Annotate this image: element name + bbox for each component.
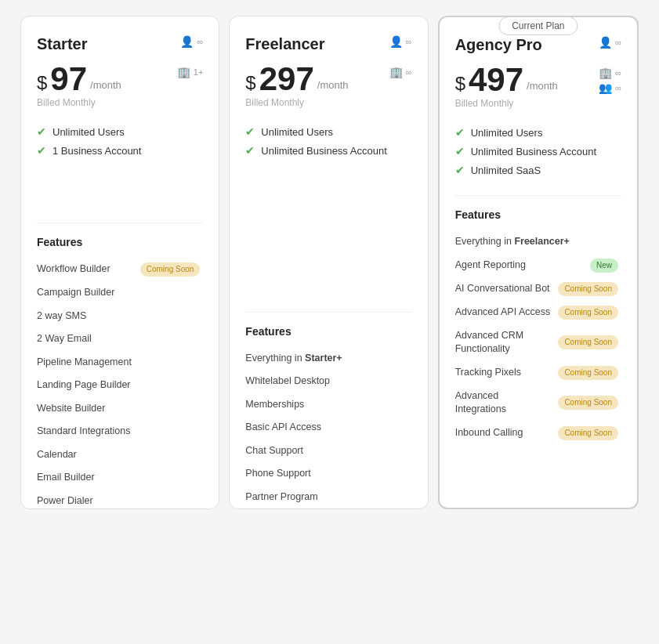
features-title: Features <box>245 325 411 338</box>
feature-badge: Coming Soon <box>558 366 618 380</box>
included-feature-text: Unlimited Users <box>471 127 543 139</box>
feature-list-item: Basic API Access <box>245 416 408 440</box>
building-icon: 🏢 <box>389 66 403 78</box>
feature-badge: Coming Soon <box>558 396 618 410</box>
currency-symbol: $ <box>245 74 255 92</box>
features-list-wrapper: Workflow BuilderComing Soon Campaign Bui… <box>37 258 203 508</box>
included-feature-text: Unlimited SaaS <box>471 165 541 176</box>
billed-label: Billed Monthly <box>37 97 203 108</box>
feature-name-text: Advanced Integrations <box>455 389 552 417</box>
features-section: Features Workflow BuilderComing Soon Cam… <box>37 223 203 508</box>
feature-badge: Coming Soon <box>140 262 201 277</box>
per-month-label: /month <box>527 80 558 92</box>
price-section: $ 497 /month 🏢 ∞ 👥 ∞ Billed Monthly <box>455 63 621 121</box>
included-features: ✔ Unlimited Users ✔ Unlimited Business A… <box>455 126 621 183</box>
feature-list-item: Advanced API AccessComing Soon <box>455 301 618 324</box>
feature-name-text: Email Builder <box>37 471 200 485</box>
check-icon: ✔ <box>455 164 465 176</box>
feature-list-item: Whitelabel Desktop <box>245 370 408 393</box>
user-icon: 👤 <box>599 36 612 49</box>
feature-name-text: Everything in Starter+ <box>245 352 408 366</box>
feature-name-text: Advanced CRM Functionality <box>455 329 552 356</box>
icon-row-users: 👤 ∞ <box>599 36 621 49</box>
check-icon: ✔ <box>245 125 255 138</box>
feature-list-item: Everything in Freelancer+ <box>455 230 618 254</box>
feature-badge: Coming Soon <box>558 306 618 320</box>
feature-name-text: Chat Support <box>245 444 408 458</box>
feature-name-text: Memberships <box>245 398 408 412</box>
included-feature-text: Unlimited Business Account <box>471 146 596 157</box>
feature-list-item: Calendar <box>37 443 200 467</box>
included-feature-item: ✔ Unlimited Users <box>37 125 203 138</box>
feature-list-item: Tracking PixelsComing Soon <box>455 361 618 385</box>
feature-list-item: Advanced IntegrationsComing Soon <box>455 385 618 421</box>
features-list[interactable]: Everything in Freelancer+ Agent Reportin… <box>455 230 621 445</box>
pricing-container: Starter 👤 ∞ $ 97 /month 🏢 1+ Billed Mont… <box>16 16 643 509</box>
plan-name: Agency Pro <box>455 36 542 54</box>
feature-name-text: Everything in Freelancer+ <box>455 235 618 249</box>
price-row: $ 297 /month <box>245 63 348 96</box>
included-feature-text: Unlimited Users <box>53 126 125 138</box>
feature-list-item: AI Conversational BotComing Soon <box>455 277 618 301</box>
price-row: $ 497 /month <box>455 63 558 96</box>
feature-badge: Coming Soon <box>558 335 618 349</box>
check-icon: ✔ <box>37 125 46 138</box>
billed-label: Billed Monthly <box>455 98 621 109</box>
feature-list-item: 2 way SMS <box>37 305 200 328</box>
plan-card-freelancer: Freelancer 👤 ∞ $ 297 /month 🏢 ∞ Billed M… <box>229 16 428 509</box>
feature-name-text: Workflow Builder <box>37 262 134 277</box>
feature-name-text: Advanced API Access <box>455 306 552 320</box>
feature-name-text: 2 way SMS <box>37 309 200 324</box>
plan-icons: 👤 ∞ <box>180 35 203 48</box>
price-section: $ 297 /month 🏢 ∞ Billed Monthly <box>245 63 411 121</box>
feature-name-text: 2 Way Email <box>37 332 200 346</box>
feature-badge: Coming Soon <box>558 426 618 440</box>
feature-badge: New <box>590 259 618 273</box>
features-list-wrapper: Everything in Freelancer+ Agent Reportin… <box>455 230 621 481</box>
included-feature-item: ✔ 1 Business Account <box>37 144 203 157</box>
building-icon: 🏢 <box>177 66 190 78</box>
included-feature-item: ✔ Unlimited SaaS <box>455 164 621 176</box>
check-icon: ✔ <box>245 144 255 157</box>
included-feature-text: Unlimited Business Account <box>261 145 386 157</box>
currency-symbol: $ <box>455 74 465 93</box>
features-list[interactable]: Everything in Starter+ Whitelabel Deskto… <box>245 347 411 509</box>
building-limit: ∞ <box>615 68 621 78</box>
feature-list-item: Standard Integrations <box>37 420 200 443</box>
included-feature-item: ✔ Unlimited Users <box>245 125 411 138</box>
feature-name-text: Phone Support <box>245 467 408 481</box>
feature-list-item: Phone Support <box>245 462 408 486</box>
saas-icon: 👥 <box>599 81 612 94</box>
feature-name-text: Inbound Calling <box>455 426 552 440</box>
features-title: Features <box>37 236 203 248</box>
user-limit: ∞ <box>197 37 203 46</box>
building-icon: 🏢 <box>599 67 612 79</box>
feature-list-item: Email Builder <box>37 466 200 490</box>
feature-list-item: Chat Support <box>245 440 408 463</box>
feature-list-item: Agent ReportingNew <box>455 254 618 277</box>
included-feature-item: ✔ Unlimited Users <box>455 126 621 139</box>
icon-row-building: 🏢 ∞ <box>389 66 412 78</box>
plan-icons: 👤 ∞ <box>599 36 621 49</box>
plan-name: Freelancer <box>245 35 324 53</box>
feature-name-text: Tracking Pixels <box>455 366 552 380</box>
price-amount: 97 <box>50 63 87 96</box>
feature-name-text: Campaign Builder <box>37 286 200 300</box>
feature-list-item: 2 Way Email <box>37 327 200 351</box>
included-feature-item: ✔ Unlimited Business Account <box>455 145 621 157</box>
feature-name-text: Landing Page Builder <box>37 378 200 393</box>
feature-name-text: Basic API Access <box>245 421 408 435</box>
feature-list-item: Pipeline Management <box>37 351 200 374</box>
icon-row-saas: 👥 ∞ <box>599 81 621 94</box>
user-icon: 👤 <box>389 35 403 48</box>
features-list[interactable]: Workflow BuilderComing Soon Campaign Bui… <box>37 258 203 508</box>
per-month-label: /month <box>90 79 121 91</box>
included-feature-text: Unlimited Users <box>261 126 333 138</box>
price-amount: 297 <box>259 63 314 96</box>
feature-badge: Coming Soon <box>558 282 618 296</box>
user-icon: 👤 <box>180 35 194 48</box>
feature-name-text: Pipeline Management <box>37 356 200 370</box>
feature-name-text: Standard Integrations <box>37 425 200 439</box>
feature-list-item: Website Builder <box>37 397 200 421</box>
plan-header: Starter 👤 ∞ <box>37 35 203 53</box>
